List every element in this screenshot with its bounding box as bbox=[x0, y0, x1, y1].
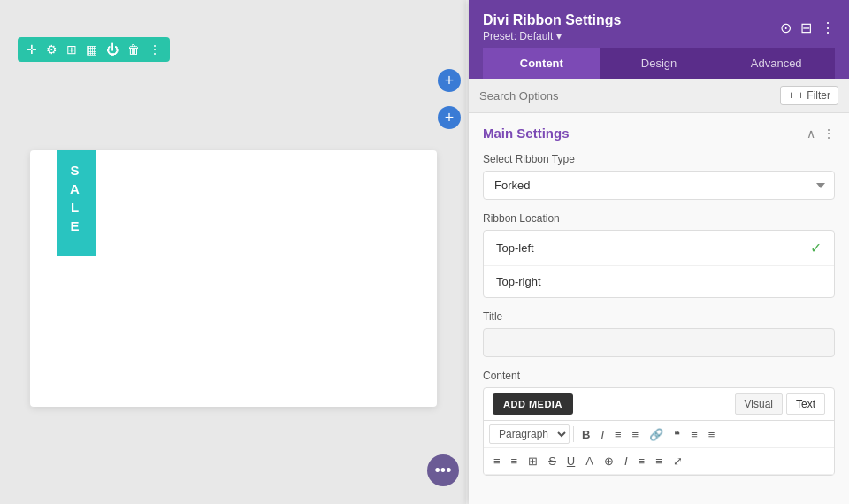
panel-title-area: Divi Ribbon Settings Preset: Default ▾ bbox=[483, 12, 621, 42]
location-top-left-label: Top-left bbox=[496, 241, 534, 255]
power-icon[interactable]: ⏻ bbox=[106, 42, 119, 57]
section-more-icon[interactable]: ⋮ bbox=[822, 126, 835, 141]
underline-button[interactable]: U bbox=[562, 452, 579, 470]
wp-editor: ADD MEDIA Visual Text Paragraph B I ≡ ≡ … bbox=[483, 387, 835, 476]
focus-icon[interactable]: ⊙ bbox=[780, 19, 792, 36]
collapse-icon[interactable]: ∧ bbox=[807, 126, 815, 141]
location-dropdown: Top-left ✓ Top-right bbox=[483, 230, 835, 298]
align-left-2-button[interactable]: ≡ bbox=[489, 452, 505, 470]
wp-toolbar-row2: ≡ ≡ ⊞ S U A ⊕ I ≡ ≡ ⤢ bbox=[484, 448, 834, 475]
title-input[interactable] bbox=[483, 328, 835, 357]
strikethrough-button[interactable]: S bbox=[544, 452, 561, 470]
bold-button[interactable]: B bbox=[577, 425, 594, 444]
filter-plus-icon: + bbox=[788, 89, 794, 102]
title-field-label: Title bbox=[483, 310, 835, 323]
italic-2-button[interactable]: I bbox=[620, 452, 632, 470]
blockquote-button[interactable]: ❝ bbox=[669, 425, 685, 444]
ribbon-letter-l: L bbox=[71, 198, 80, 217]
location-item-top-right[interactable]: Top-right bbox=[484, 266, 834, 297]
unordered-list-button[interactable]: ≡ bbox=[610, 425, 626, 444]
tab-content[interactable]: Content bbox=[483, 48, 600, 79]
align-right-button[interactable]: ≡ bbox=[704, 425, 720, 444]
add-icon[interactable]: ✛ bbox=[27, 42, 37, 57]
add-media-button[interactable]: ADD MEDIA bbox=[493, 393, 573, 415]
section-title: Main Settings bbox=[483, 126, 570, 141]
filter-button[interactable]: + + Filter bbox=[780, 86, 838, 105]
canvas-card: S A L E bbox=[30, 150, 437, 407]
section-header: Main Settings ∧ ⋮ bbox=[483, 126, 835, 141]
element-toolbar[interactable]: ✛ ⚙ ⊞ ▦ ⏻ 🗑 ⋮ bbox=[18, 37, 170, 62]
search-bar: + + Filter bbox=[469, 79, 849, 113]
editor-tab-text[interactable]: Text bbox=[786, 393, 825, 415]
tab-design[interactable]: Design bbox=[600, 48, 718, 79]
toolbar-divider-1 bbox=[573, 426, 574, 442]
fullscreen-button[interactable]: ⤢ bbox=[669, 452, 687, 470]
ordered-list-button[interactable]: ≡ bbox=[628, 425, 644, 444]
split-icon[interactable]: ⊟ bbox=[800, 19, 812, 36]
wp-editor-top: ADD MEDIA Visual Text bbox=[484, 388, 834, 421]
special-char-button[interactable]: ⊕ bbox=[600, 452, 618, 470]
table-button[interactable]: ⊞ bbox=[524, 452, 542, 470]
ribbon-letter-s: S bbox=[70, 161, 80, 179]
ribbon-text: S A L E bbox=[70, 161, 81, 235]
ribbon-type-select[interactable]: Forked Simple Corner bbox=[483, 171, 835, 200]
tab-advanced[interactable]: Advanced bbox=[717, 48, 835, 79]
settings-icon[interactable]: ⚙ bbox=[46, 42, 57, 57]
panel-header: Divi Ribbon Settings Preset: Default ▾ ⊙… bbox=[469, 0, 849, 79]
outdent-button[interactable]: ≡ bbox=[651, 452, 667, 470]
more-icon[interactable]: ⋮ bbox=[149, 42, 161, 57]
location-top-right-label: Top-right bbox=[496, 275, 541, 288]
link-button[interactable]: 🔗 bbox=[645, 425, 668, 444]
ribbon-letter-e: E bbox=[70, 217, 80, 235]
panel-body: Main Settings ∧ ⋮ Select Ribbon Type For… bbox=[469, 113, 849, 504]
paragraph-select[interactable]: Paragraph bbox=[489, 424, 570, 444]
content-field-label: Content bbox=[483, 370, 835, 382]
ribbon-location-label: Ribbon Location bbox=[483, 212, 835, 225]
wp-toolbar-row1: Paragraph B I ≡ ≡ 🔗 ❝ ≡ ≡ bbox=[484, 421, 834, 448]
location-item-top-left[interactable]: Top-left ✓ bbox=[484, 231, 834, 266]
panel-more-icon[interactable]: ⋮ bbox=[821, 19, 835, 36]
top-left-checkmark: ✓ bbox=[810, 240, 822, 256]
columns-icon[interactable]: ⊞ bbox=[66, 42, 77, 57]
add-section-top-button[interactable]: + bbox=[438, 69, 461, 92]
ribbon-type-label: Select Ribbon Type bbox=[483, 153, 835, 165]
panel-header-top: Divi Ribbon Settings Preset: Default ▾ ⊙… bbox=[483, 12, 835, 42]
settings-panel: Divi Ribbon Settings Preset: Default ▾ ⊙… bbox=[469, 0, 849, 504]
panel-tabs: Content Design Advanced bbox=[483, 48, 835, 79]
delete-icon[interactable]: 🗑 bbox=[127, 42, 140, 57]
search-input[interactable] bbox=[479, 89, 780, 103]
align-left-button[interactable]: ≡ bbox=[686, 425, 702, 444]
editor-tab-visual[interactable]: Visual bbox=[735, 393, 783, 415]
ribbon-letter-a: A bbox=[70, 179, 81, 198]
ribbon-bookmark: S A L E bbox=[57, 150, 96, 256]
align-center-button[interactable]: ≡ bbox=[507, 452, 523, 470]
panel-title: Divi Ribbon Settings bbox=[483, 12, 621, 28]
italic-button[interactable]: I bbox=[596, 425, 608, 444]
more-options-button[interactable]: ••• bbox=[427, 454, 459, 486]
panel-header-icons: ⊙ ⊟ ⋮ bbox=[780, 19, 835, 36]
panel-preset[interactable]: Preset: Default ▾ bbox=[483, 30, 621, 42]
filter-label: + Filter bbox=[798, 89, 830, 102]
text-color-button[interactable]: A bbox=[581, 452, 598, 470]
section-icons: ∧ ⋮ bbox=[807, 126, 835, 141]
grid-icon[interactable]: ▦ bbox=[86, 42, 97, 57]
editor-tabs: Visual Text bbox=[735, 393, 825, 415]
add-section-bottom-button[interactable]: + bbox=[438, 106, 461, 129]
canvas-area: ✛ ⚙ ⊞ ▦ ⏻ 🗑 ⋮ S A L E bbox=[0, 0, 466, 504]
indent-button[interactable]: ≡ bbox=[634, 452, 650, 470]
